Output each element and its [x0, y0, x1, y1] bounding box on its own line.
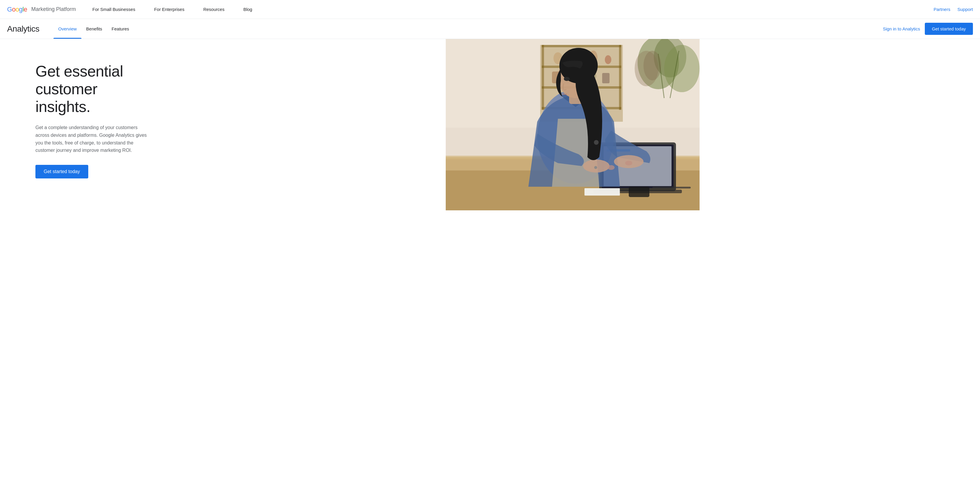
google-letter-o1: o	[12, 6, 16, 13]
tab-features[interactable]: Features	[107, 19, 134, 39]
svg-rect-7	[542, 45, 544, 110]
svg-rect-8	[619, 45, 621, 110]
get-started-button-header[interactable]: Get started today	[925, 23, 973, 35]
svg-point-21	[664, 45, 700, 92]
nav-resources[interactable]: Resources	[199, 7, 229, 12]
sub-nav-tabs: Overview Benefits Features	[53, 19, 883, 39]
support-link[interactable]: Support	[957, 7, 973, 12]
analytics-title: Analytics	[7, 24, 39, 33]
nav-blog[interactable]: Blog	[239, 7, 257, 12]
svg-point-42	[583, 159, 609, 172]
hero-section: Get essential customer insights. Get a c…	[0, 39, 980, 212]
google-logo: Google	[7, 6, 27, 13]
top-nav-links: For Small Businesses For Enterprises Res…	[88, 7, 934, 12]
partners-link[interactable]: Partners	[934, 7, 950, 12]
svg-point-25	[643, 51, 661, 80]
sub-nav-right: Sign in to Analytics Get started today	[883, 23, 973, 35]
svg-point-46	[594, 166, 597, 169]
svg-rect-37	[629, 187, 649, 197]
svg-point-51	[594, 140, 599, 145]
google-letter-g2: g	[19, 6, 22, 13]
svg-rect-3	[542, 45, 621, 47]
sub-navigation: Analytics Overview Benefits Features Sig…	[0, 19, 980, 39]
tab-overview[interactable]: Overview	[53, 19, 81, 39]
svg-rect-40	[652, 187, 691, 188]
google-letter-e: e	[24, 6, 27, 13]
nav-small-businesses[interactable]: For Small Businesses	[88, 7, 140, 12]
top-navigation: Google Marketing Platform For Small Busi…	[0, 0, 980, 19]
hero-image-area	[165, 39, 980, 212]
hero-title: Get essential customer insights.	[35, 63, 148, 115]
svg-point-44	[608, 165, 614, 170]
svg-point-13	[605, 55, 611, 64]
svg-rect-18	[602, 73, 609, 83]
hero-description: Get a complete understanding of your cus…	[35, 124, 148, 154]
google-letter-g: G	[7, 6, 12, 13]
brand-name: Marketing Platform	[31, 6, 76, 13]
nav-enterprises[interactable]: For Enterprises	[150, 7, 189, 12]
tab-benefits[interactable]: Benefits	[81, 19, 107, 39]
hero-cta-button[interactable]: Get started today	[35, 165, 88, 179]
logo-area[interactable]: Google Marketing Platform	[7, 6, 76, 13]
google-letter-o2: o	[15, 6, 19, 13]
svg-point-50	[564, 77, 570, 81]
top-nav-right: Partners Support	[934, 7, 973, 12]
svg-rect-39	[585, 189, 619, 195]
sign-in-link[interactable]: Sign in to Analytics	[883, 26, 920, 31]
hero-content: Get essential customer insights. Get a c…	[35, 39, 165, 179]
svg-point-45	[625, 161, 632, 166]
hero-image	[165, 39, 980, 210]
